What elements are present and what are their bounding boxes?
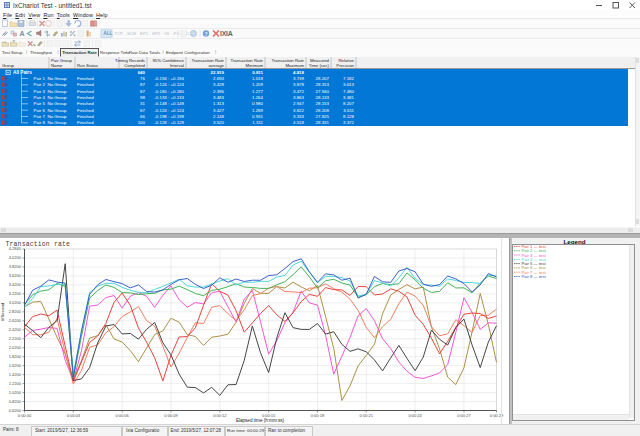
svg-text:100: 100 (138, 120, 146, 125)
svg-text:Finished: Finished (77, 108, 94, 113)
svg-text:3.739: 3.739 (293, 76, 305, 81)
svg-text:Pair 3: Pair 3 (34, 89, 46, 94)
svg-text:IXIA: IXIA (220, 30, 233, 37)
svg-text:Pair 2: Pair 2 (34, 82, 46, 87)
svg-text:0:00:00: 0:00:00 (18, 413, 32, 418)
svg-text:3.372: 3.372 (343, 120, 355, 125)
svg-text:76: 76 (140, 76, 145, 81)
svg-text:Finished: Finished (77, 114, 94, 119)
svg-text:98: 98 (140, 95, 145, 100)
svg-text:1.6200: 1.6200 (9, 363, 22, 368)
svg-text:-0.124 : +0.124: -0.124 : +0.124 (154, 108, 184, 113)
svg-text:28.331: 28.331 (316, 120, 330, 125)
svg-text:7.182: 7.182 (343, 76, 355, 81)
svg-text:87: 87 (140, 108, 145, 113)
svg-text:0:00:27: 0:00:27 (457, 413, 471, 418)
svg-text:2.148: 2.148 (213, 114, 225, 119)
svg-text:2.396: 2.396 (213, 89, 225, 94)
svg-text:Finished: Finished (77, 76, 94, 81)
svg-text:2.8200: 2.8200 (9, 309, 22, 314)
svg-text:22.919: 22.919 (211, 70, 225, 75)
svg-text:No Group: No Group (48, 120, 68, 125)
svg-text:1.8200: 1.8200 (9, 354, 22, 359)
svg-text:All Pairs: All Pairs (13, 70, 32, 75)
svg-text:0:00:09: 0:00:09 (164, 413, 178, 418)
svg-text:4.2840: 4.2840 (9, 246, 22, 251)
svg-text:1.018: 1.018 (252, 76, 264, 81)
svg-text:2.947: 2.947 (293, 101, 305, 106)
svg-text:2.6200: 2.6200 (9, 318, 22, 323)
svg-text:Interval: Interval (170, 63, 184, 68)
svg-text:28.153: 28.153 (316, 101, 330, 106)
svg-text:3.333: 3.333 (293, 114, 305, 119)
svg-text:No Group: No Group (48, 76, 68, 81)
svg-text:Pair 6: Pair 6 (34, 108, 46, 113)
svg-text:Finished: Finished (77, 82, 94, 87)
svg-text:3.2200: 3.2200 (9, 291, 22, 296)
svg-text:3.8200: 3.8200 (9, 264, 22, 269)
svg-text:2.4200: 2.4200 (9, 327, 22, 332)
svg-text:0:00:12: 0:00:12 (213, 413, 227, 418)
svg-text:3.6200: 3.6200 (9, 273, 22, 278)
svg-text:Pair 4: Pair 4 (34, 95, 46, 100)
svg-text:No Group: No Group (48, 108, 68, 113)
svg-text:A: A (20, 30, 25, 37)
svg-text:28.208: 28.208 (316, 108, 330, 113)
svg-text:#/Second: #/Second (0, 302, 5, 321)
svg-text:Precision: Precision (336, 63, 354, 68)
svg-text:?: ? (205, 31, 208, 37)
svg-text:0:00:06: 0:00:06 (115, 413, 129, 418)
svg-text:0:00:24: 0:00:24 (408, 413, 422, 418)
svg-text:3.611: 3.611 (343, 108, 354, 113)
svg-text:-0.194 : +0.194: -0.194 : +0.194 (154, 76, 184, 81)
svg-text:87: 87 (140, 82, 145, 87)
svg-text:4.818: 4.818 (293, 70, 305, 75)
svg-text:Pair 8: Pair 8 (34, 120, 46, 125)
svg-text:-0.198 : +0.198: -0.198 : +0.198 (154, 114, 184, 119)
svg-text:1.289: 1.289 (252, 108, 264, 113)
svg-text:Finished: Finished (77, 95, 94, 100)
svg-text:3.472: 3.472 (293, 89, 305, 94)
svg-text:Finished: Finished (77, 89, 94, 94)
svg-text:3.427: 3.427 (213, 108, 225, 113)
svg-text:8.128: 8.128 (343, 114, 355, 119)
svg-text:1.0200: 1.0200 (9, 390, 22, 395)
svg-text:0.980: 0.980 (252, 101, 264, 106)
svg-text:0.811: 0.811 (252, 70, 263, 75)
svg-text:-0.133 : +0.133: -0.133 : +0.133 (154, 95, 184, 100)
svg-text:7.480: 7.480 (343, 89, 355, 94)
svg-text:8.207: 8.207 (343, 101, 355, 106)
svg-text:-0.128 : +0.128: -0.128 : +0.128 (154, 120, 184, 125)
svg-text:2.2200: 2.2200 (9, 336, 22, 341)
svg-text:Completed: Completed (124, 63, 145, 68)
svg-text:3.878: 3.878 (293, 82, 305, 87)
svg-text:Finished: Finished (77, 101, 94, 106)
svg-text:3.483: 3.483 (213, 95, 225, 100)
svg-text:0.8200: 0.8200 (9, 399, 22, 404)
svg-text:0:00:21: 0:00:21 (360, 413, 374, 418)
svg-text:-0.124 : +0.124: -0.124 : +0.124 (154, 82, 184, 87)
svg-text:640: 640 (138, 70, 146, 75)
svg-text:Finished: Finished (77, 120, 94, 125)
svg-text:Minimum: Minimum (246, 63, 264, 68)
svg-text:Pair 5: Pair 5 (34, 101, 46, 106)
svg-text:4.518: 4.518 (293, 120, 305, 125)
svg-text:Pair 8 — test: Pair 8 — test (522, 274, 547, 279)
svg-text:Time (sec): Time (sec) (309, 63, 330, 68)
svg-text:Pair 1: Pair 1 (34, 76, 46, 81)
svg-text:1.209: 1.209 (252, 82, 264, 87)
svg-text:66: 66 (140, 114, 145, 119)
svg-text:ALL: ALL (103, 31, 112, 36)
svg-text:1.2200: 1.2200 (9, 381, 22, 386)
svg-text:No Group: No Group (48, 89, 68, 94)
svg-text:1.311: 1.311 (252, 120, 263, 125)
svg-text:Elapsed time (h:mm:ss): Elapsed time (h:mm:ss) (236, 418, 285, 423)
svg-text:3.428: 3.428 (213, 82, 225, 87)
svg-text:No Group: No Group (48, 95, 68, 100)
svg-text:0.931: 0.931 (252, 114, 264, 119)
svg-text:1.313: 1.313 (213, 101, 225, 106)
svg-text:Run Status: Run Status (77, 63, 98, 68)
svg-text:No Group: No Group (48, 82, 68, 87)
svg-text:27.940: 27.940 (316, 89, 330, 94)
svg-text:3.863: 3.863 (293, 95, 305, 100)
